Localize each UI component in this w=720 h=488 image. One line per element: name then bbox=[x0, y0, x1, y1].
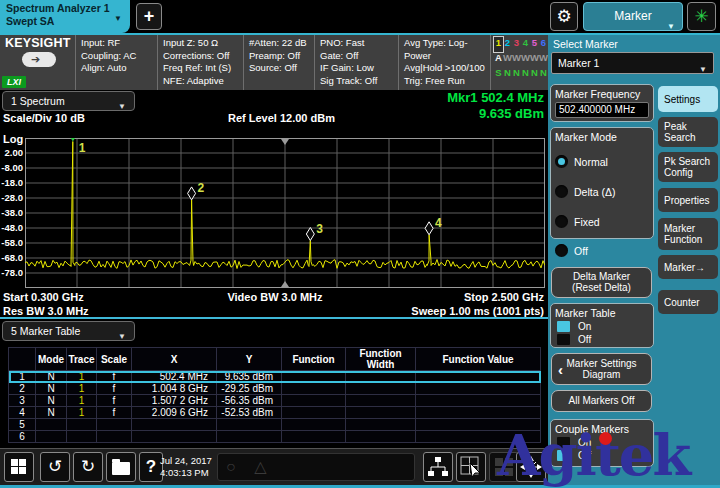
select-marker-label: Select Marker bbox=[553, 38, 618, 50]
marker-menu-panel: Select Marker Marker 1 ▼ Marker Frequenc… bbox=[548, 35, 720, 488]
marker-settings-diagram-button[interactable]: ‹ Marker Settings Diagram bbox=[551, 353, 652, 385]
marker-table-off[interactable]: Off bbox=[555, 334, 649, 345]
svg-text:1: 1 bbox=[79, 141, 86, 155]
status-bar: KEYSIGHT LXI Input: RF Coupling: AC Alig… bbox=[0, 35, 548, 90]
marker-frequency-field[interactable]: 502.400000 MHz bbox=[555, 102, 649, 118]
status-line: Input: RF bbox=[81, 37, 157, 50]
keysight-logo-text: KEYSIGHT bbox=[5, 37, 75, 50]
undo-button[interactable]: ↺ bbox=[40, 452, 70, 482]
y-tick: -38.0 bbox=[0, 207, 23, 218]
tab-marker-function[interactable]: Marker Function bbox=[658, 218, 718, 250]
add-measurement-button[interactable]: + bbox=[136, 3, 162, 30]
annotation-toolbar[interactable]: ○ △ bbox=[217, 453, 415, 481]
status-col-pno[interactable]: PNO: Fast Gate: Off IF Gain: Low Sig Tra… bbox=[314, 35, 398, 90]
marker-mode-normal[interactable]: Normal bbox=[555, 155, 649, 168]
tab-properties[interactable]: Properties bbox=[658, 188, 718, 212]
status-line: Corrections: Off bbox=[163, 50, 243, 63]
settings-diagram-line2: Diagram bbox=[552, 369, 651, 380]
status-line: NFE: Adaptive bbox=[163, 75, 243, 88]
windows-start-button[interactable] bbox=[4, 452, 34, 482]
spectrum-window-tab-label: 1 Spectrum bbox=[11, 95, 65, 107]
marker-table-window-tab[interactable]: 5 Marker Table ▼ bbox=[2, 321, 135, 341]
status-line: PNO: Fast bbox=[320, 37, 398, 50]
top-bar: Spectrum Analyzer 1 Swept SA ▼ + ⚙ Marke… bbox=[0, 0, 720, 35]
arrange-icon bbox=[424, 453, 452, 481]
tab-marker-to[interactable]: Marker→ bbox=[658, 255, 718, 279]
trace-status-block[interactable]: 123456AWWWWWSNNNNN bbox=[490, 35, 548, 90]
tab-counter[interactable]: Counter bbox=[658, 290, 718, 314]
touch-select-button[interactable] bbox=[456, 452, 486, 482]
status-line: IF Gain: Low bbox=[320, 62, 398, 75]
table-row[interactable]: 1N 1f 502.4 MHz9.635 dBm bbox=[9, 371, 541, 383]
y-tick: -78.0 bbox=[0, 267, 23, 278]
scale-div-label: Scale/Div 10 dB bbox=[3, 112, 85, 124]
status-line: Align: Auto bbox=[81, 62, 157, 75]
mode-option-label: Fixed bbox=[574, 216, 600, 228]
mode-option-label: Delta (Δ) bbox=[574, 186, 615, 198]
chevron-down-icon: ▼ bbox=[118, 98, 126, 116]
status-line: Preamp: Off bbox=[249, 50, 314, 63]
table-row[interactable]: 2N 1f 1.004 8 GHz-29.25 dBm bbox=[9, 383, 541, 395]
ref-level-label: Ref Level 12.00 dBm bbox=[228, 112, 335, 124]
status-col-avg[interactable]: Avg Type: Log-Power Avg|Hold >100/100 Tr… bbox=[398, 35, 490, 90]
tab-settings[interactable]: Settings bbox=[658, 86, 718, 112]
window-divider bbox=[0, 317, 548, 319]
marker-mode-fixed[interactable]: Fixed bbox=[555, 215, 649, 228]
agitek-watermark: Agitek bbox=[497, 422, 689, 488]
marker-table: Mode Trace Scale X Y Function Function W… bbox=[8, 347, 541, 443]
table-row[interactable]: 6 bbox=[9, 431, 541, 443]
spectrum-plot[interactable]: 1234 bbox=[25, 138, 545, 288]
status-col-impedance[interactable]: Input Z: 50 Ω Corrections: Off Freq Ref:… bbox=[157, 35, 243, 90]
start-freq-label: Start 0.300 GHz bbox=[3, 291, 84, 303]
table-row[interactable]: 5 bbox=[9, 419, 541, 431]
stop-freq-label: Stop 2.500 GHz bbox=[356, 291, 544, 303]
all-markers-off-button[interactable]: All Markers Off bbox=[551, 390, 652, 412]
date-text: Jul 24, 2017 bbox=[160, 455, 212, 467]
y-tick: -58.0 bbox=[0, 237, 23, 248]
datetime-display: Jul 24, 2017 4:03:13 PM bbox=[160, 455, 212, 479]
marker-table-window-tab-label: 5 Marker Table bbox=[11, 325, 80, 337]
measurement-tab[interactable]: Spectrum Analyzer 1 Swept SA ▼ bbox=[0, 0, 130, 33]
select-marker-dropdown[interactable]: Marker 1 ▼ bbox=[551, 52, 714, 74]
marker-frequency-group: Marker Frequency 502.400000 MHz bbox=[550, 84, 654, 122]
status-line: Sig Track: Off bbox=[320, 75, 398, 88]
tab-pk-search-config[interactable]: Pk Search Config bbox=[658, 152, 718, 182]
file-button[interactable] bbox=[106, 452, 136, 482]
status-col-atten[interactable]: #Atten: 22 dB Preamp: Off Source: Off bbox=[243, 35, 314, 90]
marker-table-header: Mode Trace Scale X Y Function Function W… bbox=[9, 348, 541, 371]
marker-mode-group: Marker Mode Normal Delta (Δ) Fixed Off bbox=[550, 127, 654, 239]
marker-readout-freq: Mkr1 502.4 MHz bbox=[360, 90, 544, 106]
marker-readout: Mkr1 502.4 MHz 9.635 dBm bbox=[360, 90, 544, 122]
radio-selected-icon bbox=[555, 155, 568, 168]
status-line: Input Z: 50 Ω bbox=[163, 37, 243, 50]
time-text: 4:03:13 PM bbox=[160, 467, 212, 479]
menu-mode-dropdown[interactable]: Marker ▼ bbox=[583, 2, 683, 31]
table-row[interactable]: 4N 1f 2.009 6 GHz-52.53 dBm bbox=[9, 407, 541, 419]
delta-marker-button[interactable]: Delta Marker (Reset Delta) bbox=[551, 267, 652, 298]
busy-indicator-button[interactable]: ✳ bbox=[687, 2, 716, 31]
marker-table-on[interactable]: On bbox=[555, 321, 649, 332]
status-line: Source: Off bbox=[249, 62, 314, 75]
window-arrange-button[interactable] bbox=[423, 452, 453, 482]
settings-diagram-line1: Marker Settings bbox=[552, 358, 651, 369]
undo-icon: ↺ bbox=[48, 457, 62, 476]
res-bw-label: Res BW 3.0 MHz bbox=[3, 305, 89, 317]
marker-table-label: Marker Table bbox=[555, 307, 649, 319]
help-icon: ? bbox=[146, 457, 156, 476]
table-row[interactable]: 3N 1f 1.507 2 GHz-56.35 dBm bbox=[9, 395, 541, 407]
tab-peak-search[interactable]: Peak Search bbox=[658, 117, 718, 147]
marker-mode-off[interactable]: Off bbox=[555, 244, 649, 257]
mode-option-label: Normal bbox=[574, 156, 608, 168]
y-tick: -18.0 bbox=[0, 177, 23, 188]
settings-gear-button[interactable]: ⚙ bbox=[550, 2, 578, 31]
redo-button[interactable]: ↻ bbox=[73, 452, 103, 482]
redo-icon: ↻ bbox=[81, 457, 95, 476]
chevron-left-icon: ‹ bbox=[558, 361, 563, 378]
y-tick: -8.00 bbox=[0, 162, 23, 173]
lxi-badge: LXI bbox=[2, 76, 26, 88]
bottom-toolbar: ↺ ↻ ? Jul 24, 2017 4:03:13 PM ○ △ bbox=[0, 448, 548, 486]
spectrum-window-tab[interactable]: 1 Spectrum ▼ bbox=[2, 91, 135, 111]
status-col-input[interactable]: Input: RF Coupling: AC Align: Auto bbox=[75, 35, 157, 90]
marker-mode-label: Marker Mode bbox=[555, 131, 649, 143]
marker-mode-delta[interactable]: Delta (Δ) bbox=[555, 185, 649, 198]
